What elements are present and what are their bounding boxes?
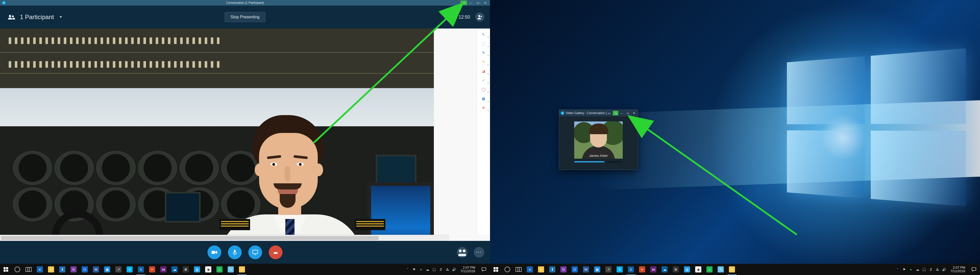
gallery-title-bar[interactable]: S Video Gallery - Conversation (… ▭ ↘ — … <box>559 110 638 116</box>
highlighter-tool[interactable]: ✎ <box>479 58 488 65</box>
video-gallery-popout[interactable]: S Video Gallery - Conversation (… ▭ ↘ — … <box>559 109 638 170</box>
taskbar-app-skype-business[interactable]: S <box>625 264 636 275</box>
participants-dropdown[interactable]: 1 Participant <box>8 14 62 21</box>
taskbar-app-outlook[interactable]: O <box>569 264 580 275</box>
taskbar-app-notepad[interactable]: ✎ <box>715 264 726 275</box>
gallery-close-button[interactable]: ✕ <box>631 111 637 115</box>
taskbar-app-explorer-open[interactable]: 🗀 <box>236 264 248 275</box>
tray-skype-icon[interactable]: ● <box>908 266 914 273</box>
taskbar-app-calendar[interactable]: ▦ <box>102 264 113 275</box>
eraser-tool[interactable]: ◪ <box>479 68 488 74</box>
select-tool[interactable]: ⬚ <box>479 40 488 47</box>
minimize-button[interactable]: — <box>468 0 474 5</box>
start-button[interactable] <box>0 264 12 275</box>
stop-presenting-button[interactable]: Stop Presenting <box>224 12 266 22</box>
taskbar-clock[interactable]: 2:07 PM 7/11/2016 <box>948 266 968 273</box>
taskview-button[interactable] <box>23 264 34 275</box>
start-button[interactable] <box>490 264 502 275</box>
delete-annotation-tool[interactable]: ✕ <box>479 104 488 111</box>
horizontal-scrollbar[interactable] <box>0 235 477 241</box>
stamp-tool[interactable]: ✓ <box>479 77 488 84</box>
clock-time: 2:07 PM <box>953 266 965 269</box>
popout-button[interactable]: ↗ <box>460 0 467 5</box>
taskbar-app-chrome[interactable]: ◉ <box>693 264 704 275</box>
skype-logo-icon: S <box>561 111 564 115</box>
taskbar-app-snip[interactable]: ✂ <box>636 264 648 275</box>
taskbar-app-calendar[interactable]: ▦ <box>592 264 603 275</box>
pen-tool[interactable]: ✎ <box>479 49 488 56</box>
taskbar-app-store[interactable]: ⬇ <box>57 264 68 275</box>
mute-toggle-button[interactable] <box>228 245 242 259</box>
taskbar-app-explorer-open[interactable]: 🗀 <box>726 264 738 275</box>
tray-defender-icon[interactable]: ⚑ <box>901 266 907 273</box>
tray-network-icon[interactable]: 🖧 <box>445 266 450 273</box>
taskbar-app-notepad[interactable]: ✎ <box>225 264 236 275</box>
gallery-layout-button[interactable]: ▭ <box>607 111 612 115</box>
taskbar-app-snip[interactable]: ✂ <box>146 264 158 275</box>
action-center-button[interactable] <box>479 267 489 272</box>
insert-image-tool[interactable]: ▦ <box>479 95 488 102</box>
cortana-button[interactable] <box>12 264 23 275</box>
tray-defender-icon[interactable]: ⚑ <box>411 266 417 273</box>
taskbar-app-word[interactable]: W <box>90 264 102 275</box>
taskbar-app-explorer[interactable]: 🗀 <box>45 264 57 275</box>
taskbar-app-spotify[interactable]: ♫ <box>704 264 715 275</box>
tray-headset-icon[interactable]: 🎧 <box>431 266 437 273</box>
gallery-popin-button[interactable]: ↘ <box>613 111 618 115</box>
taskview-button[interactable] <box>513 264 524 275</box>
share-screen-button[interactable] <box>248 245 262 259</box>
tray-headset-icon[interactable]: 🎧 <box>921 266 927 273</box>
presentation-mode-icon[interactable] <box>446 14 453 20</box>
add-participant-button[interactable] <box>475 13 484 22</box>
tray-overflow-icon[interactable]: ˄ <box>405 266 410 273</box>
cortana-button[interactable] <box>502 264 513 275</box>
tray-volume-icon[interactable]: 🔊 <box>941 266 947 273</box>
laser-pointer-tool[interactable]: ↖ <box>479 31 488 38</box>
taskbar-app-remote[interactable]: ▥ <box>681 264 693 275</box>
tray-network-icon[interactable]: 🖧 <box>935 266 940 273</box>
taskbar-app-visualstudio[interactable]: ⋈ <box>158 264 169 275</box>
shape-tool[interactable]: ◯ <box>479 86 488 93</box>
taskbar-app-skype-consumer[interactable]: S <box>124 264 135 275</box>
maximize-button[interactable]: ▭ <box>475 0 481 5</box>
taskbar-app-outlook[interactable]: O <box>79 264 90 275</box>
more-options-button[interactable]: ··· <box>474 247 484 258</box>
svg-rect-11 <box>482 268 486 270</box>
gallery-minimize-button[interactable]: — <box>619 111 625 115</box>
shared-content[interactable] <box>0 28 434 241</box>
tray-usb-icon[interactable]: ⇵ <box>438 266 444 273</box>
taskbar-app-shortcut[interactable]: ↗ <box>113 264 124 275</box>
gallery-layout-button[interactable] <box>457 247 468 258</box>
tray-overflow-icon[interactable]: ˄ <box>895 266 900 273</box>
taskbar-app-edge[interactable]: e <box>34 264 45 275</box>
taskbar-app-visualstudio[interactable]: ⋈ <box>648 264 659 275</box>
taskbar-app-skype-business[interactable]: S <box>135 264 146 275</box>
close-button[interactable]: ✕ <box>482 0 488 5</box>
tray-usb-icon[interactable]: ⇵ <box>928 266 934 273</box>
tray-onedrive-icon[interactable]: ☁ <box>915 266 920 273</box>
taskbar-app-store[interactable]: ⬇ <box>547 264 558 275</box>
taskbar-app-onedrive[interactable]: ☁ <box>169 264 180 275</box>
taskbar-app-chrome[interactable]: ◉ <box>203 264 214 275</box>
taskbar-app-settings[interactable]: ⚙ <box>670 264 681 275</box>
tray-skype-icon[interactable]: ● <box>418 266 424 273</box>
hang-up-button[interactable] <box>269 245 283 259</box>
video-toggle-button[interactable] <box>207 245 221 259</box>
participant-video-tile[interactable]: James Arber <box>574 122 623 159</box>
taskbar-app-remote[interactable]: ▥ <box>191 264 203 275</box>
action-center-button[interactable] <box>969 267 979 272</box>
taskbar-app-onenote[interactable]: N <box>68 264 79 275</box>
taskbar-app-spotify[interactable]: ♫ <box>214 264 225 275</box>
tray-onedrive-icon[interactable]: ☁ <box>425 266 430 273</box>
taskbar-app-shortcut[interactable]: ↗ <box>603 264 614 275</box>
taskbar-app-word[interactable]: W <box>580 264 592 275</box>
gallery-maximize-button[interactable]: ▭ <box>625 111 631 115</box>
taskbar-app-settings[interactable]: ⚙ <box>180 264 191 275</box>
taskbar-app-skype-consumer[interactable]: S <box>614 264 625 275</box>
taskbar-clock[interactable]: 2:07 PM 7/11/2016 <box>458 266 478 273</box>
tray-volume-icon[interactable]: 🔊 <box>451 266 457 273</box>
taskbar-app-onenote[interactable]: N <box>558 264 569 275</box>
taskbar-app-edge[interactable]: e <box>524 264 535 275</box>
taskbar-app-explorer[interactable]: 🗀 <box>535 264 547 275</box>
taskbar-app-onedrive[interactable]: ☁ <box>659 264 670 275</box>
